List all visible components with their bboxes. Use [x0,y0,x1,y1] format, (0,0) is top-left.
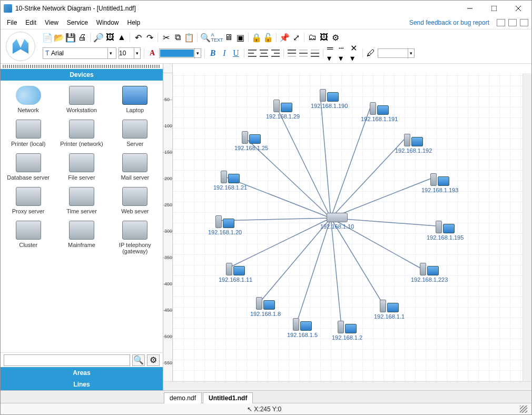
device-palette-item[interactable]: Proxy server [2,185,55,216]
device-palette-item[interactable]: Workstation [55,84,108,115]
close-button[interactable] [506,1,530,16]
save-file-icon[interactable]: 💾 [66,33,75,42]
network-hub-node[interactable]: 192.168.1.10 [320,213,354,230]
device-palette-item[interactable]: Server [109,117,162,149]
text-bottom-icon[interactable] [310,48,320,58]
device-palette-item[interactable]: Laptop [109,84,162,115]
menu-view[interactable]: View [42,18,62,27]
filter-settings-button[interactable]: ⚙ [147,354,160,366]
network-link[interactable] [331,218,383,305]
preview-icon[interactable]: 🖼 [319,33,329,42]
device-palette-item[interactable]: Printer (local) [2,117,55,149]
mdi-restore-icon[interactable] [508,19,517,26]
paste-icon[interactable]: 📋 [184,33,194,42]
pattern-select[interactable]: ✕ ▾ [350,48,359,58]
network-host-node[interactable]: 192.168.1.5 [287,316,318,338]
network-host-node[interactable]: 192.168.1.2 [332,319,362,341]
align-center-icon[interactable] [259,48,269,58]
network-host-node[interactable]: 192.168.1.193 [421,171,458,193]
horizontal-scrollbar[interactable] [173,381,523,390]
menu-service[interactable]: Service [64,18,91,27]
network-link[interactable] [331,179,431,218]
devices-panel-header[interactable]: Devices [1,69,163,81]
export-icon[interactable]: 🗂 [308,33,317,42]
network-host-node[interactable]: 192.168.1.20 [208,213,242,235]
add-shape-icon[interactable]: ▲ [117,33,126,42]
feedback-link[interactable]: Send feedback or bug report [409,19,489,26]
bold-button[interactable]: B [208,48,218,58]
font-color-button[interactable]: A [147,49,157,57]
text-middle-icon[interactable] [299,48,308,58]
network-link[interactable] [331,218,341,326]
fill-color-select[interactable]: ▾ [159,48,201,58]
image-icon[interactable]: 🖼 [105,33,115,42]
menu-file[interactable]: File [4,18,20,27]
undo-icon[interactable]: ↶ [133,33,143,42]
network-host-node[interactable]: 192.168.1.29 [266,97,300,120]
device-palette-item[interactable]: Time server [55,185,108,216]
pin-icon[interactable]: 📌 [280,33,289,42]
text-tool-icon[interactable]: ATEXT [212,33,222,42]
lines-panel-header[interactable]: Lines [1,379,163,390]
font-family-select[interactable]: Ƭ Arial ▾ [43,47,116,59]
network-link[interactable] [260,218,331,302]
network-host-node[interactable]: 192.168.1.191 [361,100,398,122]
print-icon[interactable]: 🖨 [77,33,87,42]
line-dash-select[interactable]: ┄ ▾ [338,48,348,58]
menu-help[interactable]: Help [124,18,144,27]
network-host-node[interactable]: 192.168.1.223 [411,261,448,283]
open-file-icon[interactable]: 📂 [54,33,64,42]
copy-icon[interactable]: ⧉ [173,33,182,42]
network-host-node[interactable]: 192.168.1.21 [213,169,247,191]
device-palette[interactable]: NetworkWorkstationLaptopPrinter (local)P… [1,81,163,352]
scan-network-icon[interactable]: 🔎 [94,33,103,42]
redo-icon[interactable]: ↷ [145,33,154,42]
menu-edit[interactable]: Edit [22,18,40,27]
network-host-node[interactable]: 192.168.1.11 [219,261,252,283]
network-link[interactable] [331,139,405,218]
areas-panel-header[interactable]: Areas [1,367,163,379]
new-file-icon[interactable]: 📄 [43,33,52,42]
device-palette-item[interactable]: IP telephony (gateway) [109,219,162,256]
vertical-scrollbar[interactable] [523,73,531,381]
cut-icon[interactable]: ✂ [161,33,171,42]
network-host-node[interactable]: 192.168.1.25 [234,129,268,151]
network-host-node[interactable]: 192.168.1.8 [250,295,281,317]
device-palette-item[interactable]: Mail server [109,151,162,183]
mdi-minimize-icon[interactable] [497,19,505,26]
align-right-icon[interactable] [271,48,280,58]
network-host-node[interactable]: 192.168.1.1 [374,298,405,320]
italic-button[interactable]: I [220,48,229,58]
group-icon[interactable]: ▣ [235,33,245,42]
font-size-select[interactable]: 10 ▾ [119,47,141,59]
network-link[interactable] [331,107,370,218]
find-icon[interactable]: 🔍 [201,33,210,42]
line-color-select[interactable]: ▾ [378,48,415,58]
menu-window[interactable]: Window [93,18,122,27]
device-palette-item[interactable]: Cluster [2,219,55,256]
settings-icon[interactable]: ⚙ [331,33,340,42]
network-link[interactable] [297,218,331,323]
line-style-select[interactable]: ═ ▾ [327,48,336,58]
mdi-close-icon[interactable] [520,19,528,26]
minimize-button[interactable] [458,1,482,16]
device-search-input[interactable] [4,354,130,366]
device-palette-item[interactable]: Network [2,84,55,115]
text-top-icon[interactable] [287,48,297,58]
underline-button[interactable]: U [231,48,241,58]
zoom-fit-icon[interactable]: ⤢ [291,33,301,42]
network-host-node[interactable]: 192.168.1.195 [427,219,464,241]
add-device-icon[interactable]: 🖥 [224,33,233,42]
diagram-canvas[interactable]: 192.168.1.10192.168.1.190192.168.1.29192… [173,73,523,381]
network-host-node[interactable]: 192.168.1.192 [395,132,432,154]
search-button[interactable]: 🔍 [132,354,145,366]
grip-handle[interactable] [3,65,161,68]
lock-icon[interactable]: 🔒 [252,33,261,42]
line-color-button[interactable]: 🖊 [366,48,376,58]
brand-logo[interactable] [6,32,35,61]
document-tab[interactable]: Untitled1.ndf [203,392,253,403]
document-tab[interactable]: demo.ndf [164,392,202,403]
align-left-icon[interactable] [248,48,257,58]
device-palette-item[interactable]: Mainframe [55,219,108,256]
unlock-icon[interactable]: 🔓 [263,33,273,42]
